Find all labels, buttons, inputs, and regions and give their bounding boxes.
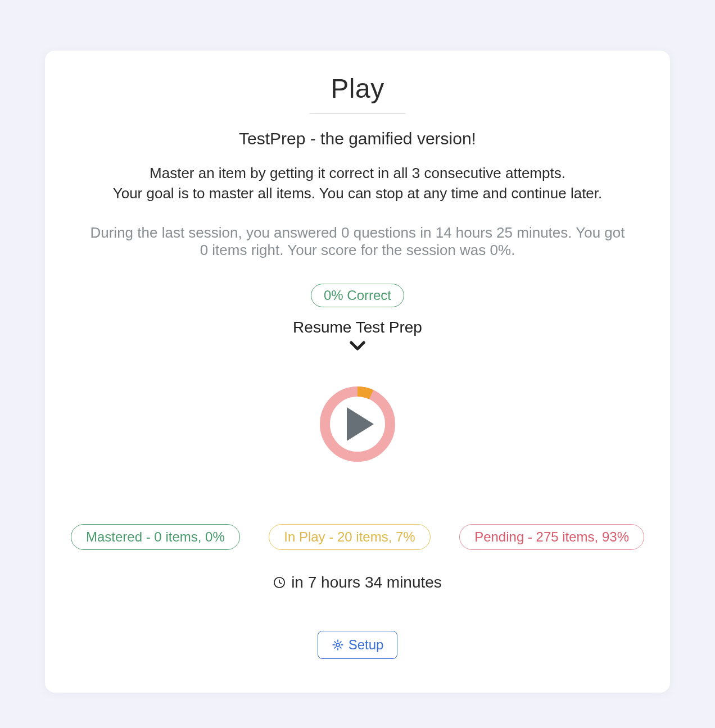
play-button[interactable] [319, 386, 396, 462]
setup-button[interactable]: Setup [318, 631, 398, 659]
status-badges-row: Mastered - 0 items, 0% In Play - 20 item… [67, 524, 648, 550]
page-subtitle: TestPrep - the gamified version! [67, 129, 648, 148]
intro-line-1: Master an item by getting it correct in … [150, 165, 565, 181]
session-summary: During the last session, you answered 0 … [67, 224, 648, 259]
correct-badge: 0% Correct [311, 284, 404, 307]
resume-label: Resume Test Prep [67, 319, 648, 336]
time-remaining: in 7 hours 34 minutes [67, 574, 648, 592]
mastered-badge: Mastered - 0 items, 0% [71, 524, 240, 550]
setup-button-label: Setup [349, 637, 384, 653]
svg-point-2 [336, 643, 340, 647]
time-text: in 7 hours 34 minutes [291, 574, 442, 592]
inplay-badge: In Play - 20 items, 7% [269, 524, 430, 550]
clock-icon [273, 576, 286, 589]
page-title: Play [67, 73, 648, 104]
intro-line-2: Your goal is to master all items. You ca… [113, 185, 603, 202]
play-card: Play TestPrep - the gamified version! Ma… [45, 51, 670, 693]
chevron-down-icon [67, 340, 648, 352]
title-divider [310, 113, 405, 113]
gear-icon [332, 639, 344, 651]
pending-badge: Pending - 275 items, 93% [459, 524, 644, 550]
play-icon [347, 407, 374, 441]
intro-text: Master an item by getting it correct in … [67, 163, 648, 204]
